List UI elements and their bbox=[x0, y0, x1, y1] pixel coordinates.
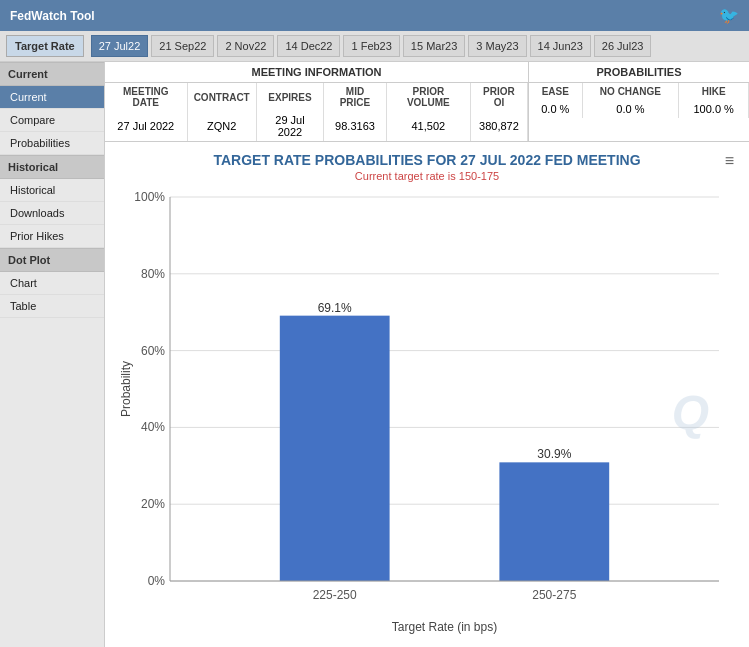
meeting-col-contract: CONTRACT bbox=[187, 83, 256, 111]
bar-225-250 bbox=[280, 316, 390, 581]
meeting-cell-2: 29 Jul 2022 bbox=[256, 111, 323, 141]
date-tab-3may23[interactable]: 3 May23 bbox=[468, 35, 526, 57]
sidebar-item-downloads[interactable]: Downloads bbox=[0, 202, 104, 225]
sidebar-dotplot-section: Dot PlotChartTable bbox=[0, 248, 104, 318]
date-tab-14jun23[interactable]: 14 Jun23 bbox=[530, 35, 591, 57]
sidebar: CurrentCurrentCompareProbabilities Histo… bbox=[0, 62, 105, 647]
sidebar-item-historical[interactable]: Historical bbox=[0, 179, 104, 202]
date-tab-2nov22[interactable]: 2 Nov22 bbox=[217, 35, 274, 57]
meeting-col-prior-oi: PRIOR OI bbox=[470, 83, 527, 111]
twitter-icon[interactable]: 🐦 bbox=[719, 6, 739, 25]
date-tab-1feb23[interactable]: 1 Feb23 bbox=[343, 35, 399, 57]
main-layout: CurrentCurrentCompareProbabilities Histo… bbox=[0, 62, 749, 647]
tabs-container: 27 Jul2221 Sep222 Nov2214 Dec221 Feb2315… bbox=[91, 35, 652, 57]
svg-text:60%: 60% bbox=[141, 344, 165, 358]
meeting-col-prior-volume: PRIOR VOLUME bbox=[386, 83, 470, 111]
probabilities-panel: PROBABILITIES EASENO CHANGEHIKE 0.0 %0.0… bbox=[529, 62, 749, 141]
info-row: MEETING INFORMATION MEETING DATECONTRACT… bbox=[105, 62, 749, 142]
meeting-col-mid-price: MID PRICE bbox=[324, 83, 387, 111]
sidebar-current-header: Current bbox=[0, 62, 104, 86]
prob-cell-1: 0.0 % bbox=[582, 100, 679, 118]
sidebar-historical-section: HistoricalHistoricalDownloadsPrior Hikes bbox=[0, 155, 104, 248]
sidebar-item-probabilities[interactable]: Probabilities bbox=[0, 132, 104, 155]
prob-col-ease: EASE bbox=[529, 83, 582, 100]
date-tab-21sep22[interactable]: 21 Sep22 bbox=[151, 35, 214, 57]
sidebar-item-prior-hikes[interactable]: Prior Hikes bbox=[0, 225, 104, 248]
bar-250-275 bbox=[499, 462, 609, 581]
chart-menu-icon[interactable]: ≡ bbox=[725, 152, 734, 170]
date-tab-15mar23[interactable]: 15 Mar23 bbox=[403, 35, 465, 57]
date-tab-26jul23[interactable]: 26 Jul23 bbox=[594, 35, 652, 57]
sidebar-item-current[interactable]: Current bbox=[0, 86, 104, 109]
sidebar-dotplot-header: Dot Plot bbox=[0, 248, 104, 272]
meeting-col-expires: EXPIRES bbox=[256, 83, 323, 111]
svg-text:Target Rate (in bps): Target Rate (in bps) bbox=[392, 620, 497, 634]
svg-text:225-250: 225-250 bbox=[313, 588, 357, 602]
tab-row: Target Rate 27 Jul2221 Sep222 Nov2214 De… bbox=[0, 31, 749, 62]
svg-text:100%: 100% bbox=[134, 190, 165, 204]
meeting-cell-0: 27 Jul 2022 bbox=[105, 111, 187, 141]
target-rate-label: Target Rate bbox=[6, 35, 84, 57]
meeting-cell-1: ZQN2 bbox=[187, 111, 256, 141]
svg-text:80%: 80% bbox=[141, 267, 165, 281]
date-tab-14dec22[interactable]: 14 Dec22 bbox=[277, 35, 340, 57]
meeting-info-table: MEETING DATECONTRACTEXPIRESMID PRICEPRIO… bbox=[105, 83, 528, 141]
sidebar-historical-header: Historical bbox=[0, 155, 104, 179]
title-bar: FedWatch Tool 🐦 bbox=[0, 0, 749, 31]
meeting-col-meeting-date: MEETING DATE bbox=[105, 83, 187, 111]
prob-cell-2: 100.0 % bbox=[679, 100, 749, 118]
svg-text:69.1%: 69.1% bbox=[318, 301, 352, 315]
probabilities-table: EASENO CHANGEHIKE 0.0 %0.0 %100.0 % bbox=[529, 83, 749, 118]
sidebar-current-section: CurrentCurrentCompareProbabilities bbox=[0, 62, 104, 155]
chart-container: Q 0%20%40%60%80%100%69.1%225-25030.9%250… bbox=[115, 187, 739, 636]
meeting-cell-4: 41,502 bbox=[386, 111, 470, 141]
meeting-cell-3: 98.3163 bbox=[324, 111, 387, 141]
chart-subtitle: Current target rate is 150-175 bbox=[115, 170, 739, 182]
meeting-cell-5: 380,872 bbox=[470, 111, 527, 141]
svg-text:30.9%: 30.9% bbox=[537, 447, 571, 461]
app-title: FedWatch Tool bbox=[10, 9, 95, 23]
meeting-info-panel: MEETING INFORMATION MEETING DATECONTRACT… bbox=[105, 62, 529, 141]
content-area: MEETING INFORMATION MEETING DATECONTRACT… bbox=[105, 62, 749, 647]
sidebar-item-chart[interactable]: Chart bbox=[0, 272, 104, 295]
chart-area: TARGET RATE PROBABILITIES FOR 27 JUL 202… bbox=[105, 142, 749, 647]
meeting-info-header: MEETING INFORMATION bbox=[105, 62, 528, 83]
svg-text:Probability: Probability bbox=[119, 361, 133, 417]
prob-col-hike: HIKE bbox=[679, 83, 749, 100]
sidebar-item-compare[interactable]: Compare bbox=[0, 109, 104, 132]
date-tab-27jul22[interactable]: 27 Jul22 bbox=[91, 35, 149, 57]
svg-text:40%: 40% bbox=[141, 420, 165, 434]
svg-text:0%: 0% bbox=[148, 574, 166, 588]
chart-title: TARGET RATE PROBABILITIES FOR 27 JUL 202… bbox=[115, 152, 739, 168]
svg-text:20%: 20% bbox=[141, 497, 165, 511]
prob-col-no change: NO CHANGE bbox=[582, 83, 679, 100]
sidebar-item-table[interactable]: Table bbox=[0, 295, 104, 318]
svg-text:250-275: 250-275 bbox=[532, 588, 576, 602]
bar-chart-svg: 0%20%40%60%80%100%69.1%225-25030.9%250-2… bbox=[115, 187, 739, 636]
probabilities-header: PROBABILITIES bbox=[529, 62, 749, 83]
prob-cell-0: 0.0 % bbox=[529, 100, 582, 118]
